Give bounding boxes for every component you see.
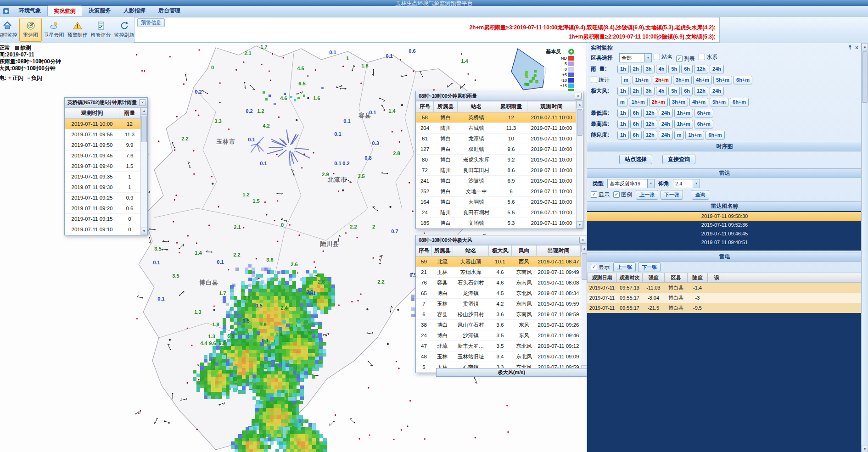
- range-button-12h[interactable]: 12h: [694, 87, 708, 95]
- sidebar-scrollbar[interactable]: ▲ ▼: [861, 43, 868, 452]
- tab-1[interactable]: 环境气象: [12, 5, 47, 16]
- table-row[interactable]: 2019-07-11 09:5511.3: [65, 129, 140, 140]
- button-上一张[interactable]: 上一张: [636, 190, 658, 200]
- tab-3[interactable]: 决策服务: [82, 5, 117, 16]
- range-button-12h[interactable]: 12h: [643, 120, 657, 128]
- range-button-6h[interactable]: 6h: [630, 109, 642, 117]
- window-title-bar[interactable]: 08时~10时00分钟累积雨量 ×: [416, 91, 583, 101]
- toolbar-button-refresh[interactable]: 监控刷新: [113, 18, 135, 42]
- range-button-24h[interactable]: 24h: [710, 87, 724, 95]
- scroll-down-icon[interactable]: ▼: [577, 221, 583, 229]
- range-button-24h[interactable]: 24h: [659, 120, 673, 128]
- table-row[interactable]: 127博白双旺镇9.62019-07-11 10:00: [416, 144, 576, 155]
- range-button-24h[interactable]: 24h: [659, 109, 673, 117]
- range-button-1h+m[interactable]: 1h+m: [633, 76, 651, 84]
- range-button-5h+m[interactable]: 5h+m: [710, 98, 728, 106]
- column-header[interactable]: 站名: [458, 101, 495, 112]
- radar-type-select[interactable]: 基本反射率19▼: [607, 179, 655, 188]
- table-row[interactable]: 38博白凤山立石村3.6东风2019-07-11 09:26: [416, 320, 581, 330]
- column-header[interactable]: 站名: [453, 246, 489, 257]
- range-button-6h+m[interactable]: 6h+m: [734, 76, 752, 84]
- scroll-up-icon[interactable]: ▲: [581, 245, 587, 252]
- range-button-12h[interactable]: 12h: [643, 109, 657, 117]
- range-button-6h[interactable]: 6h: [681, 65, 693, 73]
- close-icon[interactable]: ×: [855, 45, 858, 51]
- range-button-12h[interactable]: 12h: [643, 131, 657, 140]
- table-row[interactable]: 58博白英桥镇122019-07-11 10:00: [416, 112, 576, 123]
- toolbar-button-monitor[interactable]: 实时监控: [0, 18, 18, 42]
- range-button-1h+m[interactable]: 1h+m: [674, 120, 693, 128]
- table-row[interactable]: 2019-07-11 09:200.6: [65, 203, 140, 214]
- table-row[interactable]: 59北流大容山顶10.1西风2019-07-11 08:47: [416, 257, 581, 267]
- window-title-bar[interactable]: 英桥镇(N5702)逐5分钟累计雨量 ×: [65, 98, 147, 107]
- button-站点选择[interactable]: 站点选择: [619, 155, 652, 164]
- range-button-6h[interactable]: 6h: [630, 131, 642, 140]
- checkbox-显示[interactable]: ✓: [591, 191, 597, 198]
- tab-2[interactable]: 实况监测: [47, 6, 82, 16]
- table-row[interactable]: 204陆川古城镇11.32019-07-11 10:00: [416, 123, 576, 134]
- column-header[interactable]: 陡度: [688, 273, 708, 283]
- toolbar-button-satellite[interactable]: 卫星云图: [43, 18, 65, 42]
- range-button-3h+m[interactable]: 3h+m: [669, 98, 688, 106]
- checkbox-统计[interactable]: [591, 77, 597, 83]
- checkbox-图例[interactable]: ✓: [613, 191, 620, 198]
- wind-max-window[interactable]: 08时~10时00分钟极大风 × 序号所属县站名极大风风向出现时间59北流大容山…: [415, 235, 587, 373]
- checkbox-站名[interactable]: [654, 54, 660, 60]
- table-row[interactable]: 2019-07-11 10:0012: [65, 119, 140, 129]
- radar-list-item[interactable]: 2019-07-11 09:40:51: [587, 238, 862, 247]
- range-button-1h[interactable]: 1h: [617, 87, 629, 95]
- scroll-thumb[interactable]: [582, 253, 587, 280]
- range-button-6h+m[interactable]: 6h+m: [706, 131, 724, 140]
- column-header[interactable]: 雨量: [119, 108, 140, 119]
- scroll-thumb[interactable]: [141, 116, 147, 142]
- button-直接查询[interactable]: 直接查询: [662, 155, 695, 164]
- range-button-m[interactable]: m: [617, 98, 627, 106]
- column-header[interactable]: 观测时间: [527, 101, 576, 112]
- scroll-up-icon[interactable]: ▲: [862, 43, 868, 50]
- range-button-1h[interactable]: 1h: [617, 109, 629, 117]
- radar-elev-select[interactable]: 2.4▼: [673, 179, 700, 188]
- toolbar-button-warning-edit[interactable]: 预警制作: [66, 18, 89, 42]
- radar-list-item[interactable]: 2019-07-11 09:52:36: [587, 221, 862, 229]
- scroll-down-icon[interactable]: ▼: [141, 228, 147, 235]
- column-header[interactable]: 累积雨量: [495, 101, 527, 112]
- range-button-m[interactable]: m: [621, 76, 631, 84]
- toolbar-button-radar[interactable]: 雷达图: [19, 18, 42, 42]
- range-button-3h[interactable]: 3h: [643, 87, 655, 95]
- scrollbar[interactable]: ▲▼: [140, 107, 147, 235]
- map-area[interactable]: 容县玉林市北流市陆川县博白县 1.72.104.511.60.10.10.61.…: [0, 43, 587, 452]
- table-row[interactable]: 2019-07-1109:55:17-21.5博白县-9.5: [588, 303, 862, 313]
- range-button-6h[interactable]: 6h: [630, 120, 642, 128]
- range-button-6h[interactable]: 6h: [681, 87, 693, 95]
- range-button-1h[interactable]: 1h: [617, 65, 629, 73]
- close-icon[interactable]: ×: [139, 99, 146, 106]
- scroll-up-icon[interactable]: ▲: [577, 101, 583, 108]
- range-button-1h+m[interactable]: 1h+m: [629, 98, 648, 106]
- range-button-24h[interactable]: 24h: [659, 131, 673, 140]
- range-button-1h[interactable]: 1h: [617, 120, 629, 128]
- table-row[interactable]: 72陆川良田车田村8.62019-07-11 10:00: [416, 165, 576, 176]
- checkbox-水系[interactable]: [699, 54, 705, 60]
- pin-icon[interactable]: [847, 45, 853, 51]
- legend-expand-button[interactable]: +: [568, 49, 574, 55]
- district-select[interactable]: 全部▼: [619, 53, 652, 62]
- table-row[interactable]: 80博白老虎头水库9.22019-07-11 10:00: [416, 155, 576, 165]
- radar-list-item[interactable]: 2019-07-11 09:46:45: [587, 229, 862, 238]
- column-header[interactable]: 观测日期: [588, 273, 617, 283]
- column-header[interactable]: 所属县: [432, 246, 453, 257]
- range-button-6h+m[interactable]: 6h+m: [694, 120, 713, 128]
- rain-summary-window[interactable]: 08时~10时00分钟累积雨量 × 序号所属县站名累积雨量观测时间58博白英桥镇…: [415, 91, 583, 229]
- table-row[interactable]: 76容县石头石剑村4.6东南风2019-07-11 08:08: [416, 278, 581, 288]
- table-row[interactable]: 2019-07-11 09:301: [65, 182, 140, 193]
- tab-4[interactable]: 人影指挥: [117, 5, 152, 16]
- range-button-3h+m[interactable]: 3h+m: [673, 76, 692, 84]
- table-row[interactable]: 2019-07-11 09:457.6: [65, 151, 140, 161]
- range-button-1h[interactable]: 1h: [617, 131, 629, 140]
- column-header[interactable]: 序号: [416, 246, 432, 257]
- range-button-24h[interactable]: 24h: [710, 65, 724, 73]
- close-icon[interactable]: ×: [579, 237, 586, 244]
- range-button-5h+m[interactable]: 5h+m: [713, 76, 732, 84]
- range-button-4h+m[interactable]: 4h+m: [693, 76, 712, 84]
- table-row[interactable]: 48玉林玉林站旧址3.4东北风2019-07-11 09:09: [416, 352, 581, 362]
- button-下一张[interactable]: 下一张: [661, 190, 683, 200]
